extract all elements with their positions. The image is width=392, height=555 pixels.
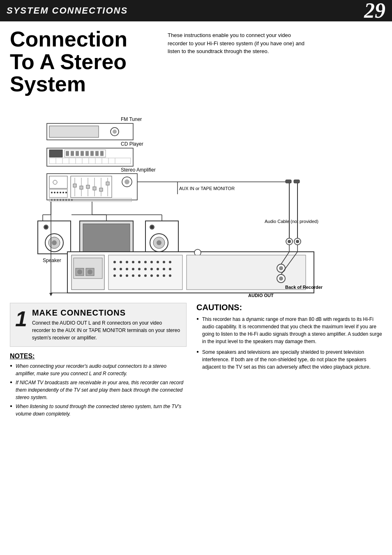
amp-bs-dot-5 [62,199,64,201]
vcr-hub-2 [88,269,92,274]
step-number: 1 [15,308,27,341]
cd-btn-6 [90,151,94,156]
amp-slider-handle-5 [99,188,103,191]
cd-player-label: CD Player [121,141,143,147]
audio-out-R-inner [279,276,283,281]
vcr-dot-5 [138,261,141,263]
left-speaker-woofer-center [52,240,57,245]
vcr-dot-30 [169,274,171,277]
page-header: SYSTEM CONNECTIONS 29 [0,0,392,21]
right-section: CAUTIONS: This recorder has a dynamic ra… [196,303,382,419]
notes-item-3: When listening to sound through the conn… [10,403,187,418]
vcr-dot-1 [113,261,116,263]
vcr-dot-6 [144,261,147,263]
amp-slider-handle-3 [86,185,90,188]
left-speaker-text: Speaker [43,258,61,263]
mains-arrow [49,293,53,296]
fm-tuner-label: FM Tuner [121,116,142,122]
aux-in-label: AUX IN or TAPE MONITOR [179,186,235,191]
vcr-dot-13 [126,268,128,270]
vcr-dot-21 [113,274,116,277]
amp-slider-handle-2 [80,186,83,189]
notes-item-1: When connecting your recorder's audio ou… [10,362,187,377]
vcr-dot-11 [113,268,116,270]
right-speaker-woofer-center [157,240,161,245]
notes-title: NOTES: [10,353,187,360]
vcr-hub-1 [77,269,82,274]
amp-dot-2 [54,192,55,193]
cd-btn-4 [81,151,84,156]
audio-out-L-inner [279,266,283,270]
tv-screen [83,224,130,256]
cd-btn-7 [95,151,99,156]
amp-bs-dot-3 [57,199,58,201]
vcr-dot-7 [150,261,153,263]
vcr-dot-8 [157,261,159,263]
cd-disc-slot [49,150,62,157]
page-title: Connection To A Stereo System [10,28,158,95]
amp-dot-6 [65,192,67,193]
vcr-dot-25 [138,274,141,277]
cd-btn-5 [85,151,89,156]
audio-out-text: AUDIO OUT [248,293,274,297]
cautions-item-1: This recorder has a dynamic range of mor… [196,316,382,345]
fm-tuner-knob-inner [113,130,117,134]
main-content: Connection To A Stereo System These inst… [0,21,392,426]
stereo-amp-label: Stereo Amplifier [121,167,156,173]
amp-bs-dot-1 [51,199,53,201]
vcr-dot-10 [169,261,171,263]
notes-item-2: If NICAM TV broadcasts are receivable in… [10,379,187,401]
vcr-dot-9 [163,261,165,263]
cable-plug-top-right [294,180,300,183]
vcr-dot-12 [120,268,122,270]
connection-diagram: FM Tuner CD Player [10,100,382,297]
vcr-dot-24 [132,274,134,277]
vcr-dot-18 [157,268,159,270]
step-text: Connect the AUDIO OUT L and R connectors… [32,319,181,341]
notes-list: When connecting your recorder's audio ou… [10,362,187,418]
amp-bs-dot-7 [68,199,70,201]
amplifier-device [47,174,137,200]
vcr-dot-20 [169,268,171,270]
vcr-dot-19 [163,268,165,270]
fm-tuner-display [49,126,99,137]
cautions-item-2: Some speakers and televisions are specia… [196,348,382,371]
step-title: MAKE CONNECTIONS [32,308,181,318]
vcr-dot-16 [144,268,147,270]
vcr-dot-14 [132,268,134,270]
rca-inner-left [288,240,291,243]
step-content: MAKE CONNECTIONS Connect the AUDIO OUT L… [32,308,181,341]
vcr-dot-27 [150,274,153,277]
vcr-dot-3 [126,261,128,263]
left-section: 1 MAKE CONNECTIONS Connect the AUDIO OUT… [10,303,187,419]
back-of-recorder-text: Back of Recorder [285,285,323,290]
vcr-dot-22 [120,274,122,277]
diagram-area: FM Tuner CD Player [10,100,382,299]
description-text: These instructions enable you to connect… [168,28,307,56]
vcr-dot-23 [126,274,128,277]
vcr-dot-17 [150,268,153,270]
amp-dot-3 [57,192,58,193]
amp-right-knob-inner [125,179,129,184]
amp-slider-handle-4 [93,187,96,190]
amp-bs-dot-8 [71,199,73,201]
amp-bs-dot-6 [65,199,67,201]
vcr-dot-26 [144,274,147,277]
vcr-dot-4 [132,261,134,263]
amp-bs-dot-2 [54,199,55,201]
title-row: Connection To A Stereo System These inst… [10,28,382,95]
rca-inner-right [296,240,299,243]
cd-btn-3 [76,151,79,156]
cautions-title: CAUTIONS: [196,303,382,312]
left-speaker-tweeter-inner [45,226,47,228]
amp-slider-handle-6 [106,182,109,185]
vcr-dot-2 [120,261,122,263]
amp-dot-4 [60,192,61,193]
cd-btn-1 [66,151,69,156]
right-speaker-tweeter-inner [151,226,153,228]
amp-slider-handle-1 [73,184,76,187]
vcr-dot-28 [157,274,159,277]
amp-dot-1 [51,192,53,193]
cautions-list: This recorder has a dynamic range of mor… [196,316,382,371]
cable-plug-top-left [286,180,291,183]
